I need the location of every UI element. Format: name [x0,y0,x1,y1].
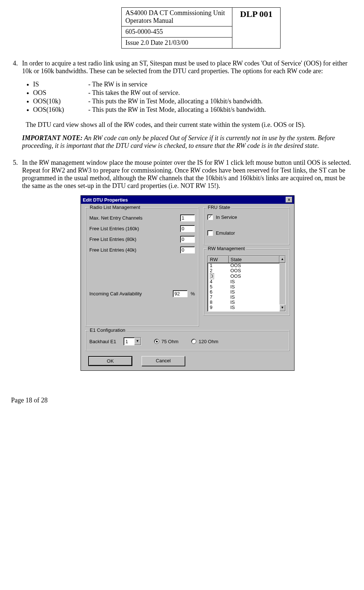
scrollbar[interactable]: ▲ ▼ [279,256,285,311]
incoming-call-input[interactable] [173,290,188,297]
free-80k-label: Free List Entries (80k) [89,237,180,242]
e1-legend: E1 Configuration [89,327,126,333]
rw-options-list: IS - The RW is in service OOS - This tak… [33,81,353,114]
free-80k-input[interactable] [180,236,195,243]
radio-unselected-icon[interactable] [191,339,196,344]
close-icon[interactable]: x [286,197,292,203]
rw-option-oos160k: OOS(160k) - This puts the RW in Test Mod… [33,106,353,114]
rw-option-is: IS - The RW is in service [33,81,353,88]
backhaul-combo[interactable]: 1 ▼ [124,337,141,345]
step-4-after: The DTU card view shows all of the RW co… [26,121,353,129]
table-row[interactable]: 8IS [208,300,279,305]
step-4-text: In order to acquire a test radio link us… [22,60,347,75]
state-col-header[interactable]: State [229,256,279,263]
step-4-number: 4. [13,60,18,67]
radio-selected-icon[interactable] [154,339,159,344]
step-5-number: 5. [13,159,18,167]
table-row[interactable]: 1OOS [208,263,279,269]
free-40k-label: Free List Entries (40k) [89,247,180,253]
doc-number: 605-0000-455 [122,26,232,38]
step-5-text: In the RW management window place the mo… [22,159,351,189]
doc-title-cell: AS4000 DA CT Commissioning Unit Operator… [122,8,232,26]
ok-button[interactable]: OK [88,356,132,366]
doc-title-line1: AS4000 DA CT Commissioning Unit [125,9,225,17]
table-row[interactable]: 4IS [208,279,279,284]
backhaul-label: Backhaul E1 [89,339,116,344]
rw-management-legend: RW Management [207,246,246,251]
radio-list-legend: Radio List Management [89,205,141,210]
dlp-code: DLP 001 [232,8,281,49]
table-row[interactable]: 7IS [208,295,279,300]
step-5: 5. In the RW management window place the… [22,159,353,371]
table-row[interactable]: 6IS [208,289,279,295]
fru-state-group: FRU State ✓ In Service Emulator [203,207,290,245]
scroll-up-icon[interactable]: ▲ [279,256,285,263]
ohm-120-option[interactable]: 120 Ohm [191,339,218,344]
rw-option-oos: OOS - This takes the RW out of service. [33,89,353,97]
ohm-75-label: 75 Ohm [161,339,178,344]
max-net-entry-label: Max. Net Entry Channels [89,215,180,221]
rw-col-header[interactable]: RW [208,256,229,263]
document-header: AS4000 DA CT Commissioning Unit Operator… [121,7,281,49]
e1-configuration-group: E1 Configuration Backhaul E1 1 ▼ 75 Ohm [85,330,290,351]
incoming-call-label: Incoming Call Availability [89,291,173,296]
dialog-title: Edit DTU Properties [83,197,128,203]
rw-listbox[interactable]: RW State 1OOS 2OOS 3OOS 4IS 5IS [207,256,286,312]
max-net-entry-input[interactable] [180,214,195,221]
ohm-75-option[interactable]: 75 Ohm [154,339,178,344]
chevron-down-icon[interactable]: ▼ [134,338,141,345]
note-label: IMPORTANT NOTE: [22,134,83,142]
table-row[interactable]: 2OOS [208,268,279,273]
dialog-titlebar[interactable]: Edit DTU Properties x [81,196,294,204]
scroll-down-icon[interactable]: ▼ [279,305,285,311]
main-content: 4. In order to acquire a test radio link… [13,60,353,371]
ohm-120-label: 120 Ohm [199,339,218,344]
table-row[interactable]: 5IS [208,284,279,289]
fru-state-legend: FRU State [207,205,231,210]
radio-list-management-group: Radio List Management Max. Net Entry Cha… [85,207,199,327]
doc-issue: Issue 2.0 Date 21/03/00 [122,38,232,49]
in-service-checkbox[interactable]: ✓ [207,214,213,220]
step-4: 4. In order to acquire a test radio link… [22,60,353,150]
edit-dtu-properties-dialog: Edit DTU Properties x Radio List Managem… [81,195,295,371]
rw-option-oos10k: OOS(10k) - This puts the RW in Test Mode… [33,97,353,105]
free-40k-input[interactable] [180,246,195,253]
rw-management-group: RW Management RW State 1OOS [203,249,290,316]
cancel-button[interactable]: Cancel [142,356,185,366]
emulator-label: Emulator [216,230,235,236]
in-service-label: In Service [216,214,237,220]
backhaul-value: 1 [124,338,134,345]
table-row[interactable]: 3OOS [208,273,279,279]
table-row[interactable]: 9IS [208,305,279,310]
important-note: IMPORTANT NOTE: An RW code can only be p… [22,134,353,150]
emulator-checkbox[interactable] [207,230,213,236]
free-160k-input[interactable] [180,225,195,232]
doc-title-line2: Operators Manual [125,17,173,24]
percent-label: % [190,291,195,296]
free-160k-label: Free List Entries (160k) [89,226,180,231]
page-footer: Page 18 of 28 [11,397,353,404]
